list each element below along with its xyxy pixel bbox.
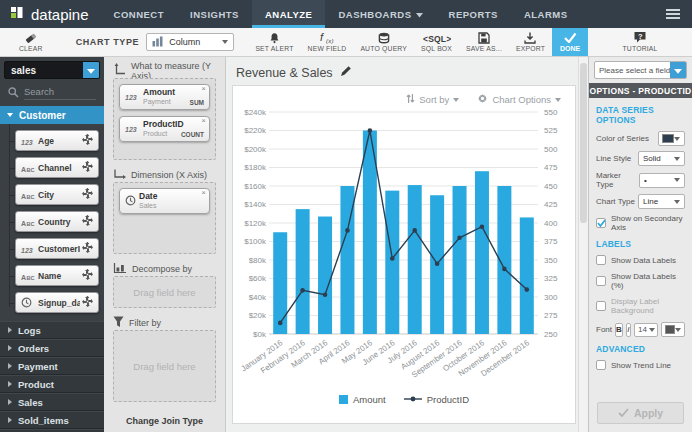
field-pill-age[interactable]: 123Age <box>15 130 99 151</box>
field-search[interactable]: Search <box>0 83 104 106</box>
field-pill-channel[interactable]: ABCChannel <box>15 157 99 178</box>
bar-September 2016[interactable] <box>453 186 467 334</box>
bold-button[interactable]: B <box>615 323 623 337</box>
change-join-type-link[interactable]: Change Join Type <box>113 412 216 428</box>
marker-June 2016[interactable] <box>390 256 395 261</box>
chart-type-select[interactable]: Line <box>638 194 685 209</box>
drag-handle-icon[interactable] <box>82 188 93 201</box>
chart-type-select[interactable]: Column <box>146 33 234 51</box>
done-button[interactable]: DONE <box>552 28 588 56</box>
nav-item-alarms[interactable]: ALARMS <box>511 0 581 28</box>
bar-October 2016[interactable] <box>475 171 489 334</box>
filter-dropzone[interactable]: Drag field here <box>113 330 216 402</box>
remove-field-button[interactable]: × <box>201 85 206 93</box>
bar-December 2016[interactable] <box>520 217 534 334</box>
nav-item-insights[interactable]: INSIGHTS <box>177 0 252 28</box>
auto-query-button[interactable]: AUTO QUERY <box>353 28 414 56</box>
remove-field-button[interactable]: × <box>201 117 206 125</box>
drag-handle-icon[interactable] <box>82 269 93 282</box>
checkbox[interactable] <box>596 301 606 311</box>
bar-March 2016[interactable] <box>318 217 332 334</box>
drag-handle-icon[interactable] <box>82 161 93 174</box>
bar-January 2016[interactable] <box>273 232 287 334</box>
edit-title-button[interactable] <box>340 65 352 80</box>
field-pill-signup_date[interactable]: Signup_date <box>15 292 99 313</box>
marker-October 2016[interactable] <box>480 224 485 229</box>
decompose-dropzone[interactable]: Drag field here <box>113 276 216 308</box>
italic-button[interactable]: I <box>626 323 631 337</box>
bar-June 2016[interactable] <box>385 191 399 334</box>
set-alert-button[interactable]: SET ALERT <box>248 28 300 56</box>
checkbox[interactable] <box>596 218 606 228</box>
hamburger-menu-button[interactable] <box>654 0 692 28</box>
table-section-sold_items[interactable]: Sold_items <box>0 411 104 429</box>
drag-handle-icon[interactable] <box>82 242 93 255</box>
marker-September 2016[interactable] <box>457 236 462 241</box>
sort-by-dropdown[interactable]: Sort by <box>406 93 459 106</box>
field-pill-customerid[interactable]: 123CustomerID <box>15 238 99 259</box>
nav-item-analyze[interactable]: ANALYZE <box>252 0 326 28</box>
remove-field-button[interactable]: × <box>201 189 206 197</box>
datasource-select[interactable]: sales <box>4 61 100 79</box>
field-pill-name[interactable]: ABCName <box>15 265 99 286</box>
font-size-select[interactable]: 14 <box>634 323 658 337</box>
checkbox[interactable] <box>596 276 606 286</box>
text-icon: ABC <box>21 163 36 173</box>
field-select-dropdown[interactable]: Please select a field <box>594 61 687 79</box>
pill-aggregation[interactable]: COUNT <box>181 131 204 138</box>
chart-plot[interactable]: $240k550$220k525$200k500$180k475$160k450… <box>236 106 572 394</box>
chart-options-dropdown[interactable]: Chart Options <box>477 93 561 106</box>
measure-dropzone[interactable]: 123AmountPaymentSUM×123ProductIDProductC… <box>113 78 216 160</box>
query-builder-panel: What to measure (Y Axis) 123AmountPaymen… <box>104 57 226 432</box>
tutorial-button[interactable]: ? TUTORIAL <box>615 32 664 52</box>
checkbox[interactable] <box>596 255 606 265</box>
legend-item-productid[interactable]: ProductID <box>404 394 469 405</box>
pill-aggregation[interactable]: SUM <box>190 99 204 106</box>
table-section-payment[interactable]: Payment <box>0 357 104 375</box>
nav-item-dashboards[interactable]: DASHBOARDS <box>325 0 435 28</box>
builder-pill-productid[interactable]: 123ProductIDProductCOUNT× <box>119 116 210 142</box>
marker-May 2016[interactable] <box>368 128 373 133</box>
bar-July 2016[interactable] <box>408 185 422 334</box>
bar-February 2016[interactable] <box>296 209 310 334</box>
color-of-series-select[interactable] <box>658 131 685 146</box>
search-input[interactable]: Search <box>24 86 96 100</box>
table-section-logs[interactable]: Logs <box>0 321 104 339</box>
datapine-logo[interactable]: datapine <box>0 0 101 28</box>
nav-item-reports[interactable]: REPORTS <box>436 0 511 28</box>
font-color-select[interactable] <box>661 322 685 337</box>
marker-December 2016[interactable] <box>524 287 529 292</box>
marker-February 2016[interactable] <box>300 288 305 293</box>
drag-handle-icon[interactable] <box>82 215 93 228</box>
scrollbar[interactable] <box>578 57 588 432</box>
scrollbar-thumb[interactable] <box>580 63 587 223</box>
marker-type-select[interactable]: • <box>639 173 685 188</box>
marker-April 2016[interactable] <box>345 228 350 233</box>
field-pill-country[interactable]: ABCCountry <box>15 211 99 232</box>
table-section-product[interactable]: Product <box>0 375 104 393</box>
builder-pill-date[interactable]: DateSales× <box>119 188 210 214</box>
export-button[interactable]: EXPORT <box>509 28 552 56</box>
drag-handle-icon[interactable] <box>82 296 93 309</box>
marker-August 2016[interactable] <box>435 261 440 266</box>
marker-July 2016[interactable] <box>412 228 417 233</box>
field-pill-city[interactable]: ABCCity <box>15 184 99 205</box>
builder-pill-amount[interactable]: 123AmountPaymentSUM× <box>119 84 210 110</box>
sql-box-button[interactable]: <SQL>SQL BOX <box>414 28 459 56</box>
table-section-sales[interactable]: Sales <box>0 393 104 411</box>
marker-January 2016[interactable] <box>278 321 283 326</box>
table-group-customer[interactable]: Customer <box>0 106 104 124</box>
legend-item-amount[interactable]: Amount <box>339 394 386 405</box>
checkbox[interactable] <box>596 360 606 370</box>
marker-November 2016[interactable] <box>502 267 507 272</box>
clear-button[interactable]: CLEAR <box>12 28 50 56</box>
save-as-button[interactable]: SAVE AS... <box>459 28 509 56</box>
nav-item-connect[interactable]: CONNECT <box>101 0 177 28</box>
dimension-dropzone[interactable]: DateSales× <box>113 182 216 254</box>
apply-button[interactable]: Apply <box>597 402 684 424</box>
table-section-orders[interactable]: Orders <box>0 339 104 357</box>
drag-handle-icon[interactable] <box>82 134 93 147</box>
marker-March 2016[interactable] <box>323 292 328 297</box>
line-style-select[interactable]: Solid <box>638 151 685 166</box>
new-field-button[interactable]: f(x)NEW FIELD <box>301 28 354 56</box>
